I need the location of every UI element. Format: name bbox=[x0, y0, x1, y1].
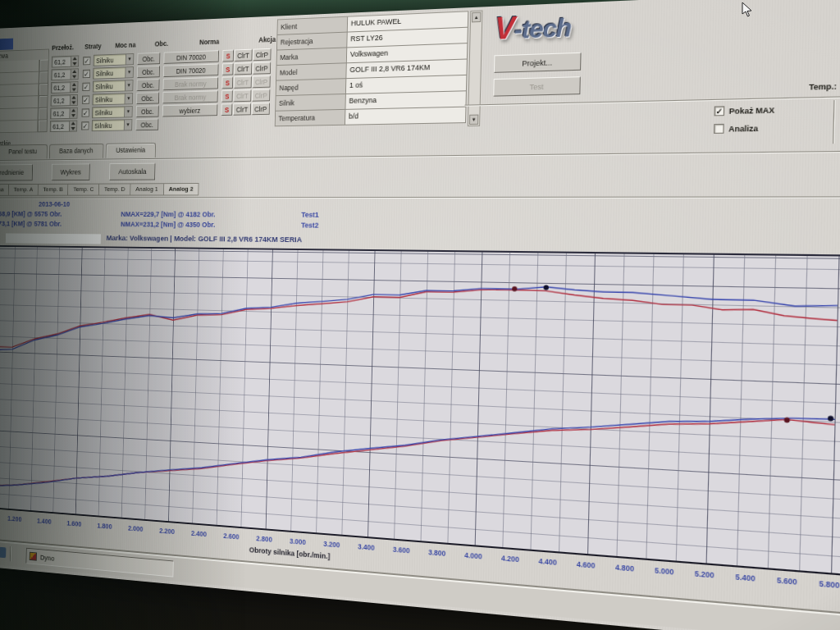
ratio-spinner[interactable]: 61,2 bbox=[51, 68, 79, 80]
akcja-clrp-button[interactable]: ClrP bbox=[252, 89, 270, 102]
ratio-spinner[interactable]: 61,2 bbox=[51, 94, 79, 107]
akcja-s-button[interactable]: S bbox=[221, 103, 233, 116]
straty-checkbox[interactable]: ✓ bbox=[83, 57, 90, 66]
test-name-cell[interactable] bbox=[0, 121, 38, 134]
moc-na-select[interactable]: Silniku▼ bbox=[93, 66, 134, 80]
channel-tab-temp-a[interactable]: Temp. A bbox=[8, 184, 38, 196]
test-name-cell[interactable] bbox=[0, 108, 39, 121]
spinner-arrows-icon[interactable] bbox=[71, 69, 78, 79]
dyno-chart[interactable] bbox=[0, 245, 840, 577]
pokaz-max-option[interactable]: ✓ Pokaż MAX bbox=[714, 105, 775, 116]
channel-tab-analog-2[interactable]: Analog 2 bbox=[163, 183, 199, 195]
straty-checkbox[interactable]: ✓ bbox=[82, 83, 89, 92]
vehicle-field-label: Napęd bbox=[276, 79, 347, 96]
scroll-down-icon[interactable]: ▼ bbox=[469, 115, 478, 125]
test-button[interactable]: Test bbox=[493, 76, 581, 97]
norma-button[interactable]: DIN 70020 bbox=[163, 50, 219, 64]
tab-ustawienia[interactable]: Ustawienia bbox=[105, 143, 156, 158]
obc-button[interactable]: Obc. bbox=[137, 66, 160, 78]
straty-checkbox[interactable]: ✓ bbox=[83, 70, 90, 79]
analiza-option[interactable]: Analiza bbox=[714, 123, 758, 134]
row-button[interactable] bbox=[38, 120, 48, 132]
vehicle-field-value[interactable]: b/d bbox=[345, 107, 467, 126]
tab-panel-testu[interactable]: Panel testu bbox=[0, 144, 48, 159]
norma-button[interactable]: Brak normy bbox=[163, 77, 219, 90]
akcja-clrt-button[interactable]: ClrT bbox=[235, 49, 253, 62]
x-tick-label: 1.200 bbox=[7, 514, 22, 523]
tab-baza-danych[interactable]: Baza danych bbox=[49, 144, 104, 159]
channel-tab-analog-1[interactable]: Analog 1 bbox=[130, 183, 163, 195]
spinner-arrows-icon[interactable] bbox=[70, 82, 77, 92]
x-tick-label: 2.600 bbox=[223, 532, 239, 541]
obc-button[interactable]: Obc. bbox=[137, 79, 160, 91]
akcja-s-button[interactable]: S bbox=[221, 76, 233, 89]
norma-button[interactable]: DIN 70020 bbox=[163, 64, 219, 78]
channel-tab-temp-d[interactable]: Temp. D bbox=[98, 183, 130, 195]
taskbar-app-button[interactable]: Dyno bbox=[25, 548, 173, 578]
moc-na-value: Silniku bbox=[93, 107, 125, 117]
chevron-down-icon[interactable]: ▼ bbox=[126, 54, 134, 65]
ratio-spinner[interactable]: 61,2 bbox=[52, 55, 80, 67]
spinner-arrows-icon[interactable] bbox=[71, 56, 78, 66]
channel-tab-g-wna[interactable]: Główna bbox=[0, 184, 8, 196]
x-tick-label: 5.400 bbox=[735, 573, 756, 583]
akcja-clrp-button[interactable]: ClrP bbox=[253, 48, 271, 61]
akcja-clrt-button[interactable]: ClrT bbox=[233, 89, 251, 102]
norma-button[interactable]: Brak normy bbox=[162, 90, 218, 103]
straty-checkbox[interactable]: ✓ bbox=[82, 95, 89, 103]
akcja-clrt-button[interactable]: ClrT bbox=[234, 76, 252, 89]
straty-checkbox[interactable]: ✓ bbox=[81, 108, 89, 116]
row-button[interactable] bbox=[39, 84, 48, 96]
row-button[interactable] bbox=[39, 59, 49, 71]
row-button[interactable] bbox=[39, 96, 48, 108]
akcja-clrt-button[interactable]: ClrT bbox=[234, 62, 252, 75]
moc-na-value: Silniku bbox=[93, 94, 125, 104]
row-button[interactable] bbox=[38, 108, 48, 121]
chevron-down-icon[interactable]: ▼ bbox=[125, 80, 133, 91]
obc-button[interactable]: Obc. bbox=[135, 118, 158, 130]
spinner-arrows-icon[interactable] bbox=[70, 95, 77, 105]
test-name-row[interactable] bbox=[0, 120, 48, 133]
scroll-up-icon[interactable]: ▲ bbox=[472, 12, 481, 23]
norma-button[interactable]: wybierz bbox=[162, 104, 218, 117]
channel-tab-temp-c[interactable]: Temp. C bbox=[67, 184, 98, 196]
curve-power-test2 bbox=[0, 381, 835, 548]
u-rednienie-button[interactable]: Uśrednienie bbox=[0, 164, 33, 181]
autoskala-button[interactable]: Autoskala bbox=[109, 163, 156, 180]
spinner-arrows-icon[interactable] bbox=[69, 121, 76, 130]
wykres-button[interactable]: Wykres bbox=[52, 163, 90, 180]
projekt-button[interactable]: Projekt... bbox=[494, 52, 582, 73]
akcja-clrp-button[interactable]: ClrP bbox=[252, 103, 270, 115]
moc-na-select[interactable]: Silniku▼ bbox=[92, 93, 133, 105]
app-icon bbox=[30, 552, 37, 561]
analiza-checkbox[interactable] bbox=[714, 124, 724, 134]
row-button[interactable] bbox=[39, 71, 48, 84]
moc-na-select[interactable]: Silniku▼ bbox=[94, 53, 135, 66]
spinner-arrows-icon[interactable] bbox=[69, 108, 76, 118]
moc-na-select[interactable]: Silniku▼ bbox=[93, 80, 134, 92]
chevron-down-icon[interactable]: ▼ bbox=[125, 67, 133, 78]
akcja-clrp-button[interactable]: ClrP bbox=[253, 62, 271, 74]
akcja-s-button[interactable]: S bbox=[222, 50, 234, 62]
akcja-clrp-button[interactable]: ClrP bbox=[252, 75, 270, 88]
chevron-down-icon[interactable]: ▼ bbox=[125, 94, 133, 103]
ratio-spinner[interactable]: 61,2 bbox=[51, 81, 79, 94]
moc-na-select[interactable]: Silniku▼ bbox=[92, 106, 133, 118]
akcja-s-button[interactable]: S bbox=[221, 90, 233, 103]
akcja-clrt-button[interactable]: ClrT bbox=[233, 103, 251, 116]
chevron-down-icon[interactable]: ▼ bbox=[124, 107, 132, 116]
obc-button[interactable]: Obc. bbox=[136, 92, 159, 104]
obc-button[interactable]: Obc. bbox=[137, 52, 160, 65]
vehicle-table-scrollbar[interactable]: ▲ ▼ bbox=[468, 11, 483, 127]
pokaz-max-checkbox[interactable]: ✓ bbox=[714, 106, 725, 116]
straty-checkbox[interactable]: ✓ bbox=[81, 121, 89, 130]
window-titlebar[interactable]: 16.298 bbox=[0, 39, 13, 51]
obc-button[interactable]: Obc. bbox=[136, 105, 159, 117]
quicklaunch-icon-3[interactable] bbox=[0, 546, 6, 558]
akcja-s-button[interactable]: S bbox=[222, 63, 234, 75]
ratio-spinner[interactable]: 61,2 bbox=[50, 121, 78, 133]
ratio-spinner[interactable]: 61,2 bbox=[50, 107, 78, 120]
channel-tab-temp-b[interactable]: Temp. B bbox=[38, 184, 68, 196]
chevron-down-icon[interactable]: ▼ bbox=[124, 120, 132, 130]
moc-na-select[interactable]: Silniku▼ bbox=[92, 119, 133, 131]
